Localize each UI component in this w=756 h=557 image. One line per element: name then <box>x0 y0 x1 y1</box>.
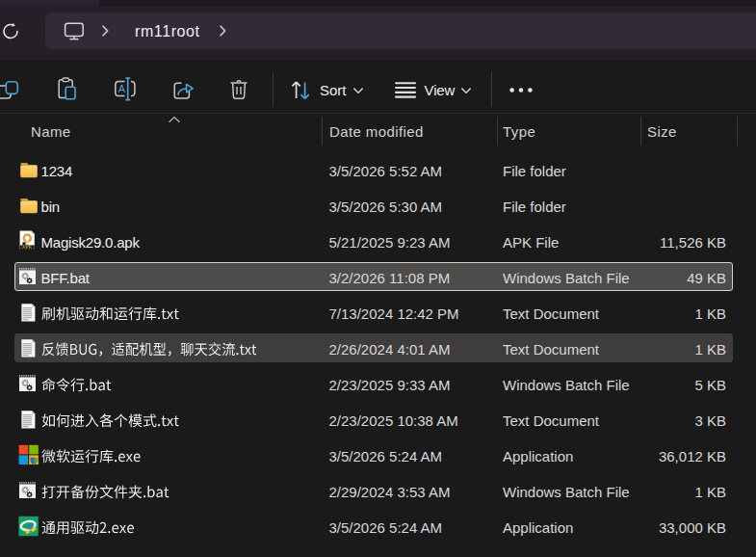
svg-text:A: A <box>118 83 126 94</box>
